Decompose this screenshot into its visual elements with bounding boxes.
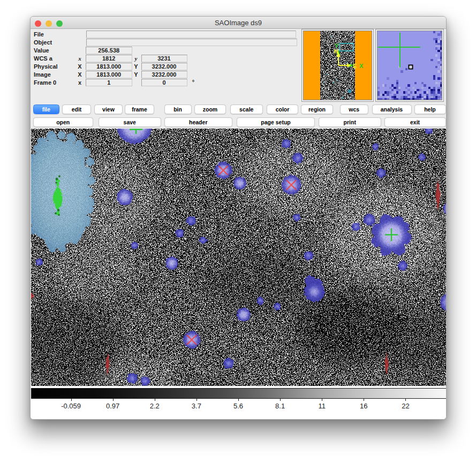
svg-text:E: E [353,63,357,69]
svg-text:N: N [334,48,338,55]
svg-text:X: X [359,63,364,69]
